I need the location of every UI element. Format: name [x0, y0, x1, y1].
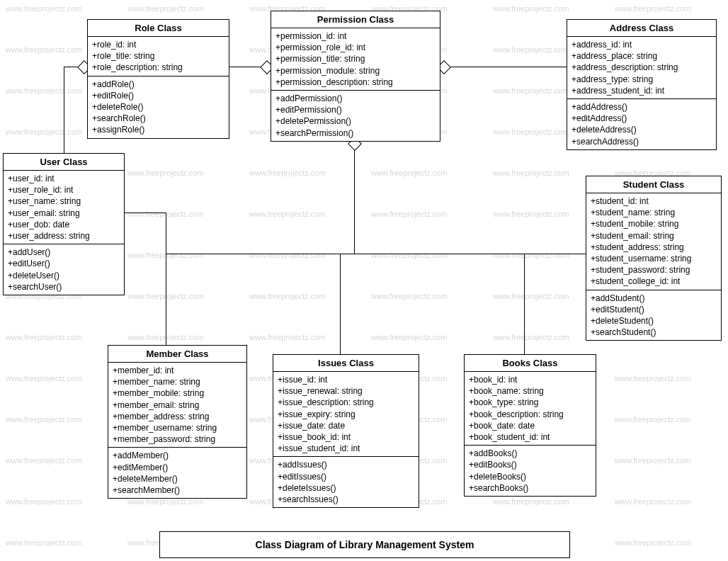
watermark: www.freeprojectz.com: [371, 292, 448, 300]
watermark: www.freeprojectz.com: [127, 4, 204, 13]
class-attrs: +member_id: int+member_name: string+memb…: [108, 363, 246, 448]
class-attrs: +issue_id: int+issue_renewal: string+iss…: [273, 372, 419, 457]
watermark: www.freeprojectz.com: [249, 169, 326, 177]
class-attrs: +address_id: int+address_place: string+a…: [567, 37, 716, 99]
class-ops: +addAddress()+editAddress()+deleteAddres…: [567, 99, 716, 149]
watermark: www.freeprojectz.com: [6, 497, 82, 506]
class-ops: +addMember()+editMember()+deleteMember()…: [108, 448, 246, 498]
watermark: www.freeprojectz.com: [371, 210, 448, 218]
watermark: www.freeprojectz.com: [6, 374, 82, 382]
class-attrs: +permission_id: int+permission_role_id: …: [271, 28, 440, 91]
watermark: www.freeprojectz.com: [127, 169, 204, 177]
class-title: Issues Class: [273, 355, 419, 372]
class-ops: +addRole()+editRole()+deleteRole()+searc…: [88, 76, 229, 138]
watermark: www.freeprojectz.com: [615, 415, 691, 424]
class-permission: Permission Class +permission_id: int+per…: [271, 11, 440, 142]
class-title: Permission Class: [271, 11, 440, 28]
class-ops: +addIssues()+editIssues()+deleteIssues()…: [273, 457, 419, 507]
connector: [64, 67, 64, 153]
watermark: www.freeprojectz.com: [371, 333, 448, 341]
connector: [340, 254, 341, 354]
watermark: www.freeprojectz.com: [6, 333, 82, 341]
watermark: www.freeprojectz.com: [6, 415, 82, 424]
class-student: Student Class +student_id: int+student_n…: [586, 176, 722, 341]
watermark: www.freeprojectz.com: [6, 456, 82, 465]
class-title: User Class: [4, 154, 124, 171]
class-ops: +addBooks()+editBooks()+deleteBooks()+se…: [465, 446, 596, 496]
class-title: Member Class: [108, 346, 246, 363]
class-books: Books Class +book_id: int+book_name: str…: [464, 354, 596, 497]
watermark: www.freeprojectz.com: [6, 128, 82, 136]
class-title: Student Class: [586, 176, 721, 193]
watermark: www.freeprojectz.com: [493, 169, 569, 177]
watermark: www.freeprojectz.com: [6, 538, 82, 547]
watermark: www.freeprojectz.com: [6, 86, 82, 95]
class-attrs: +student_id: int+student_name: string+st…: [586, 193, 721, 290]
class-title: Address Class: [567, 20, 716, 37]
class-attrs: +user_id: int+user_role_id: int+user_nam…: [4, 171, 124, 244]
watermark: www.freeprojectz.com: [493, 4, 569, 13]
connector: [448, 67, 567, 67]
connector: [524, 254, 525, 354]
watermark: www.freeprojectz.com: [615, 374, 691, 382]
watermark: www.freeprojectz.com: [371, 169, 448, 177]
watermark: www.freeprojectz.com: [493, 497, 569, 506]
watermark: www.freeprojectz.com: [615, 4, 691, 13]
class-ops: +addUser()+editUser()+deleteUser()+searc…: [4, 244, 124, 295]
class-member: Member Class +member_id: int+member_name…: [108, 345, 247, 499]
class-title: Role Class: [88, 20, 229, 37]
watermark: www.freeprojectz.com: [249, 210, 326, 218]
watermark: www.freeprojectz.com: [493, 210, 569, 218]
watermark: www.freeprojectz.com: [249, 292, 326, 300]
class-user: User Class +user_id: int+user_role_id: i…: [3, 153, 125, 295]
watermark: www.freeprojectz.com: [371, 251, 448, 259]
watermark: www.freeprojectz.com: [6, 4, 82, 13]
watermark: www.freeprojectz.com: [615, 456, 691, 465]
connector: [354, 147, 355, 254]
watermark: www.freeprojectz.com: [249, 251, 326, 259]
watermark: www.freeprojectz.com: [615, 497, 691, 506]
watermark: www.freeprojectz.com: [493, 292, 569, 300]
class-ops: +addPermission()+editPermission()+delete…: [271, 91, 440, 141]
watermark: www.freeprojectz.com: [493, 128, 569, 136]
watermark: www.freeprojectz.com: [615, 538, 691, 547]
class-address: Address Class +address_id: int+address_p…: [567, 19, 717, 150]
watermark: www.freeprojectz.com: [493, 251, 569, 259]
connector: [166, 254, 586, 254]
watermark: www.freeprojectz.com: [493, 333, 569, 341]
class-attrs: +book_id: int+book_name: string+book_typ…: [465, 372, 596, 446]
connector: [166, 212, 166, 345]
watermark: www.freeprojectz.com: [6, 45, 82, 54]
class-attrs: +role_id: int+role_title: string+role_de…: [88, 37, 229, 76]
class-ops: +addStudent()+editStudent()+deleteStuden…: [586, 290, 721, 341]
watermark: www.freeprojectz.com: [493, 86, 569, 95]
diagram-caption: Class Diagram of Library Management Syst…: [159, 531, 570, 558]
class-issues: Issues Class +issue_id: int+issue_renewa…: [273, 354, 419, 508]
watermark: www.freeprojectz.com: [249, 333, 326, 341]
class-role: Role Class +role_id: int+role_title: str…: [87, 19, 229, 139]
connector: [123, 212, 166, 213]
watermark: www.freeprojectz.com: [493, 45, 569, 54]
class-title: Books Class: [465, 355, 596, 372]
